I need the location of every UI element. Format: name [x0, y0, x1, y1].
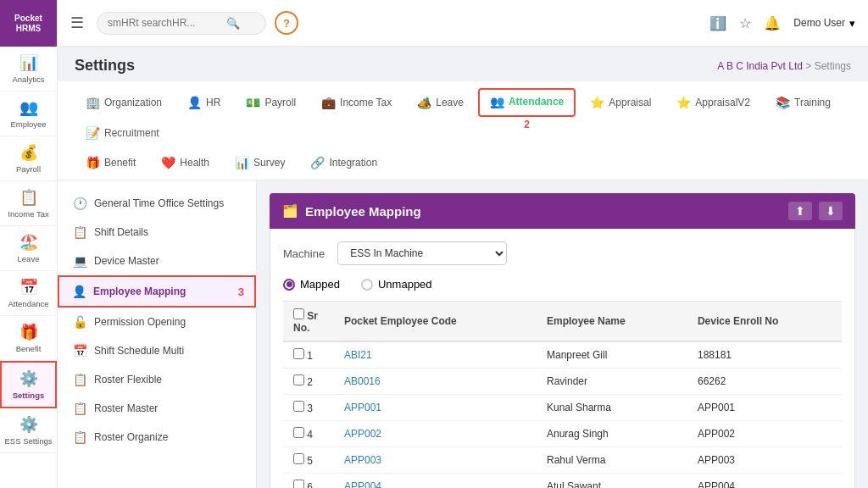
tab-attendance[interactable]: 👥 Attendance — [478, 88, 576, 117]
employee-table: Sr No. Pocket Employee Code Employee Nam… — [283, 301, 842, 488]
user-name: Demo User — [793, 17, 845, 29]
side-nav-employee-mapping[interactable]: 👤 Employee Mapping 3 — [58, 275, 256, 308]
side-nav-permission-opening[interactable]: 🔓 Permission Opening — [58, 308, 256, 336]
tab-recruitment[interactable]: 📝 Recruitment — [75, 120, 170, 146]
help-icon[interactable]: ? — [275, 11, 298, 35]
cell-code-0[interactable]: ABI21 — [334, 341, 537, 369]
emp-mapping-body: Machine ESS In Machine ESS Out Machine B… — [270, 229, 855, 488]
radio-unmapped[interactable]: Unmapped — [361, 278, 432, 291]
badge-3-label: 3 — [238, 286, 244, 298]
sidebar-item-benefit[interactable]: 🎁 Benefit — [0, 316, 57, 361]
search-input[interactable] — [108, 17, 226, 29]
tab-integration[interactable]: 🔗 Integration — [299, 150, 388, 175]
cell-device-2: APP001 — [687, 395, 842, 421]
row-checkbox-1[interactable] — [293, 374, 304, 385]
side-nav-label-employee-mapping: Employee Mapping — [93, 286, 186, 297]
side-nav-roster-flexible[interactable]: 📋 Roster Flexible — [58, 365, 256, 394]
cell-code-3[interactable]: APP002 — [334, 421, 537, 447]
cell-name-4: Rahul Verma — [537, 447, 687, 474]
tab-benefit[interactable]: 🎁 Benefit — [75, 150, 147, 175]
cell-code-2[interactable]: APP001 — [334, 395, 537, 421]
side-nav-device-master[interactable]: 💻 Device Master — [58, 247, 256, 275]
settings-tabs: 🏢 Organization 👤 HR 💵 Payroll 💼 Income T… — [58, 81, 868, 180]
row-checkbox-5[interactable] — [293, 480, 304, 488]
sidebar-item-settings[interactable]: ⚙️ Settings — [0, 361, 57, 408]
cell-name-0: Manpreet Gill — [537, 341, 687, 369]
sidebar-item-employee[interactable]: 👥 Employee — [0, 92, 57, 136]
breadcrumb-separator: > — [805, 60, 814, 72]
tab-survey[interactable]: 📊 Survey — [224, 150, 296, 175]
side-nav-label-shift-schedule-multi: Shift Schedule Multi — [94, 345, 184, 357]
side-nav-shift-schedule-multi[interactable]: 📅 Shift Schedule Multi — [58, 336, 256, 365]
info-icon[interactable]: ℹ️ — [709, 15, 726, 31]
bell-icon[interactable]: 🔔 — [764, 15, 781, 31]
sidebar-item-analytics[interactable]: 📊 Analytics — [0, 47, 57, 92]
hamburger-menu[interactable]: ☰ — [70, 14, 84, 32]
sidebar-item-payroll[interactable]: 💰 Payroll — [0, 136, 57, 181]
side-nav-roster-master[interactable]: 📋 Roster Master — [58, 394, 256, 423]
leave-icon: 🏖️ — [19, 233, 38, 252]
machine-select[interactable]: ESS In Machine ESS Out Machine Biometric… — [337, 241, 507, 265]
tab-leave-icon: 🏕️ — [417, 96, 431, 109]
table-row: 1 ABI21 Manpreet Gill 188181 — [283, 341, 842, 369]
sidebar-item-attendance[interactable]: 📅 Attendance — [0, 271, 57, 316]
tab-label-income-tax: Income Tax — [340, 97, 392, 108]
tab-income-tax[interactable]: 💼 Income Tax — [310, 88, 403, 117]
upload-button[interactable]: ⬆ — [788, 202, 812, 220]
tab-appraisalv2[interactable]: ⭐ AppraisalV2 — [665, 88, 761, 117]
income-tax-icon: 📋 — [19, 188, 38, 207]
chevron-down-icon: ▾ — [849, 17, 855, 30]
side-nav: 🕐 General Time Office Settings 📋 Shift D… — [58, 180, 257, 488]
tab-health-icon: ❤️ — [161, 156, 175, 169]
row-checkbox-4[interactable] — [293, 453, 304, 464]
radio-mapped[interactable]: Mapped — [283, 278, 340, 291]
permission-opening-icon: 🔓 — [73, 315, 87, 329]
tab-organization[interactable]: 🏢 Organization — [75, 88, 173, 117]
tab-payroll[interactable]: 💵 Payroll — [235, 88, 307, 117]
row-checkbox-0[interactable] — [293, 348, 304, 359]
organization-icon: 🏢 — [86, 96, 100, 109]
cell-code-1[interactable]: AB0016 — [334, 369, 537, 395]
machine-row: Machine ESS In Machine ESS Out Machine B… — [283, 241, 842, 265]
sidebar-item-income-tax[interactable]: 📋 Income Tax — [0, 181, 57, 226]
side-nav-roster-organize[interactable]: 📋 Roster Organize — [58, 423, 256, 452]
side-nav-shift-details[interactable]: 📋 Shift Details — [58, 218, 256, 247]
tab-training[interactable]: 📚 Training — [765, 88, 842, 117]
tab-label-payroll: Payroll — [264, 97, 296, 108]
sidebar-label-income-tax: Income Tax — [8, 209, 48, 219]
tab-leave[interactable]: 🏕️ Leave — [406, 88, 475, 117]
tab-recruitment-icon: 📝 — [86, 126, 100, 140]
tab-payroll-icon: 💵 — [246, 96, 260, 109]
tab-appraisal[interactable]: ⭐ Appraisal — [579, 88, 662, 117]
tab-benefit-icon: 🎁 — [86, 156, 100, 169]
sidebar-item-ess-settings[interactable]: ⚙️ ESS Settings — [0, 408, 57, 453]
emp-mapping-header: 🗂️ Employee Mapping ⬆ ⬇ — [270, 193, 855, 229]
ess-settings-icon: ⚙️ — [19, 415, 38, 434]
sidebar-label-ess-settings: ESS Settings — [5, 436, 53, 446]
tab-label-health: Health — [180, 157, 209, 169]
side-nav-label-roster-flexible: Roster Flexible — [94, 374, 162, 385]
side-nav-general-time[interactable]: 🕐 General Time Office Settings — [58, 189, 256, 218]
cell-name-2: Kunal Sharma — [537, 395, 687, 421]
sidebar-label-attendance: Attendance — [8, 299, 48, 308]
cell-code-4[interactable]: APP003 — [334, 447, 537, 474]
search-box[interactable]: 🔍 — [97, 12, 266, 35]
emp-mapping-header-icon: 🗂️ — [282, 203, 298, 219]
download-button[interactable]: ⬇ — [819, 202, 843, 220]
content-area: 🕐 General Time Office Settings 📋 Shift D… — [58, 180, 868, 488]
tab-hr[interactable]: 👤 HR — [176, 88, 231, 117]
user-info[interactable]: Demo User ▾ — [793, 17, 855, 30]
tab-health[interactable]: ❤️ Health — [150, 150, 220, 175]
cell-code-5[interactable]: APP004 — [334, 474, 537, 489]
sidebar-item-leave[interactable]: 🏖️ Leave — [0, 226, 57, 271]
row-checkbox-3[interactable] — [293, 427, 304, 438]
table-row: 4 APP002 Anurag Singh APP002 — [283, 421, 842, 447]
shift-schedule-multi-icon: 📅 — [73, 344, 87, 358]
shift-details-icon: 📋 — [73, 225, 87, 239]
main-panel: 🗂️ Employee Mapping ⬆ ⬇ Machine ESS In M… — [257, 180, 868, 488]
star-icon[interactable]: ☆ — [739, 15, 751, 31]
breadcrumb-company[interactable]: A B C India Pvt Ltd — [717, 60, 803, 72]
select-all-checkbox[interactable] — [293, 308, 304, 319]
tab-appraisal-icon: ⭐ — [590, 96, 604, 109]
row-checkbox-2[interactable] — [293, 401, 304, 412]
